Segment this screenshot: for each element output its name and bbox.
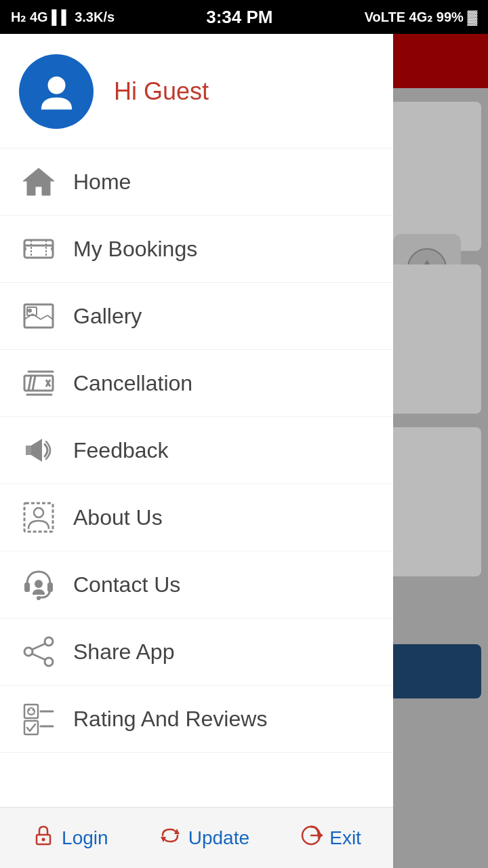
menu-label-rating-reviews: Rating And Reviews: [73, 707, 267, 732]
svg-rect-23: [26, 446, 31, 455]
menu-label-cancellation: Cancellation: [73, 371, 192, 396]
about-icon: [19, 498, 58, 537]
home-icon: [19, 162, 58, 201]
svg-line-34: [32, 654, 45, 660]
profile-section: Hi Guest: [0, 34, 393, 149]
feedback-icon: [19, 431, 58, 470]
svg-point-3: [47, 76, 65, 94]
bg-red-bar: [383, 34, 488, 88]
menu-label-feedback: Feedback: [73, 438, 169, 463]
update-button[interactable]: Update: [149, 818, 259, 858]
greeting-text: Hi Guest: [114, 77, 209, 106]
svg-point-31: [45, 658, 53, 666]
svg-point-15: [28, 309, 32, 313]
menu-item-about-us[interactable]: About Us: [0, 484, 393, 551]
menu-label-share-app: Share App: [73, 639, 174, 665]
svg-marker-4: [23, 168, 54, 195]
bg-card2: [383, 264, 481, 414]
network-info: H₂ 4G ▌▌ 3.3K/s: [11, 9, 115, 25]
bg-card3: [383, 427, 481, 576]
svg-point-25: [34, 508, 43, 517]
menu-label-my-bookings: My Bookings: [73, 237, 197, 262]
status-bar: H₂ 4G ▌▌ 3.3K/s 3:34 PM VoLTE 4G₂ 99% ▓: [0, 0, 488, 34]
avatar: [19, 54, 94, 129]
svg-line-13: [41, 315, 47, 319]
update-icon: [159, 824, 182, 852]
svg-point-29: [35, 580, 43, 588]
exit-button[interactable]: Exit: [290, 818, 371, 858]
svg-rect-26: [24, 583, 30, 592]
menu-label-gallery: Gallery: [73, 304, 142, 329]
ticket-icon: [19, 229, 58, 269]
svg-point-28: [37, 596, 41, 600]
rating-icon: [19, 699, 58, 738]
contact-icon: [19, 565, 58, 604]
menu-label-about-us: About Us: [73, 505, 163, 530]
svg-point-41: [33, 709, 35, 711]
menu-item-my-bookings[interactable]: My Bookings: [0, 216, 393, 283]
login-label: Login: [62, 827, 108, 849]
status-bar-time: 3:34 PM: [206, 7, 272, 28]
status-bar-right: VoLTE 4G₂ 99% ▓: [365, 9, 477, 25]
menu-item-feedback[interactable]: Feedback: [0, 417, 393, 484]
exit-icon: [300, 824, 323, 852]
menu-label-home: Home: [73, 170, 131, 195]
status-bar-left: H₂ 4G ▌▌ 3.3K/s: [11, 9, 115, 25]
svg-line-33: [32, 644, 45, 650]
bg-blue-btn: [383, 644, 481, 698]
svg-rect-35: [24, 705, 38, 718]
navigation-drawer: Hi Guest Home: [0, 34, 393, 868]
drawer-footer: Login Update: [0, 807, 393, 868]
update-label: Update: [188, 827, 249, 849]
menu-item-rating-reviews[interactable]: Rating And Reviews: [0, 686, 393, 753]
cancel-icon: [19, 363, 58, 403]
bg-card1: [383, 102, 481, 251]
menu-item-share-app[interactable]: Share App: [0, 618, 393, 686]
battery-info: VoLTE 4G₂ 99% ▓: [365, 9, 477, 25]
login-button[interactable]: Login: [22, 818, 118, 858]
svg-rect-5: [24, 240, 53, 258]
share-icon: [19, 632, 58, 671]
menu-label-contact-us: Contact Us: [73, 572, 180, 597]
lock-icon: [32, 824, 55, 852]
menu-item-home[interactable]: Home: [0, 149, 393, 216]
svg-point-32: [24, 648, 33, 656]
svg-point-40: [28, 709, 30, 711]
svg-point-30: [45, 637, 53, 646]
gallery-icon: [19, 296, 58, 336]
menu-item-cancellation[interactable]: Cancellation: [0, 350, 393, 417]
exit-label: Exit: [329, 827, 361, 849]
svg-line-18: [33, 376, 35, 391]
menu-list: Home My Bookings: [0, 149, 393, 807]
menu-item-contact-us[interactable]: Contact Us: [0, 551, 393, 618]
svg-point-43: [42, 837, 45, 841]
menu-item-gallery[interactable]: Gallery: [0, 283, 393, 350]
svg-line-17: [28, 376, 31, 391]
